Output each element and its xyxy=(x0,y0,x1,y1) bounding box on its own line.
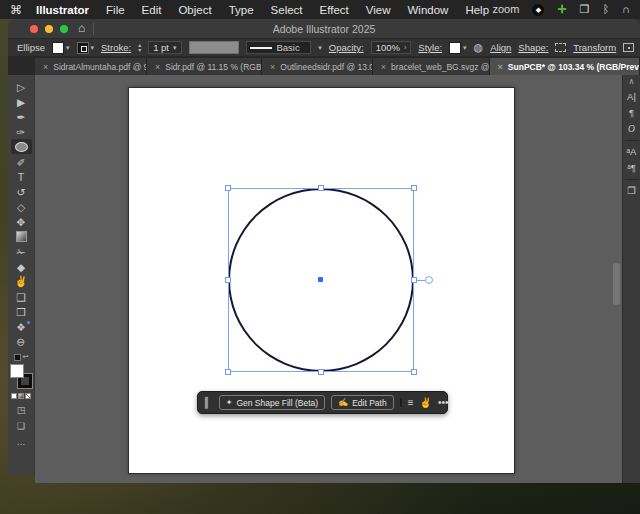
width-tool[interactable]: ✥ xyxy=(11,214,32,229)
canvas-area[interactable]: ▍ ✦ Gen Shape Fill (Beta) ✍ Edit Path ≡ … xyxy=(35,75,622,483)
rotate-tool[interactable]: ↺ xyxy=(11,184,32,199)
menu-file[interactable]: File xyxy=(106,4,125,16)
chevron-down-icon[interactable]: ▾ xyxy=(173,44,177,52)
stroke-weight-dropdown[interactable]: 1 pt ▾ xyxy=(148,41,181,54)
close-icon[interactable]: × xyxy=(155,62,160,72)
color-button[interactable] xyxy=(11,393,17,399)
headphones-icon[interactable]: ∩ xyxy=(622,0,630,19)
edit-toolbar-button[interactable]: … xyxy=(17,437,26,447)
direct-selection-tool[interactable]: ▶ xyxy=(11,94,32,109)
zoom-window-button[interactable] xyxy=(60,25,68,33)
android-icon[interactable]: ✛ xyxy=(557,0,566,19)
eyedropper-tool[interactable]: ◆ xyxy=(11,259,32,274)
handle-middle-left[interactable] xyxy=(225,277,231,283)
menu-effect[interactable]: Effect xyxy=(320,4,349,16)
menu-type[interactable]: Type xyxy=(229,4,254,16)
menu-object[interactable]: Object xyxy=(178,4,211,16)
menu-illustrator[interactable]: Illustrator xyxy=(36,4,89,16)
menu-help[interactable]: Help xyxy=(465,4,489,16)
gradient-tool[interactable] xyxy=(11,229,32,244)
collapse-panels-icon[interactable]: ∧ xyxy=(629,75,635,89)
tab-outlineedsidr[interactable]: × Outlineedsidr.pdf @ 13.0... xyxy=(262,58,373,75)
handle-top-center[interactable] xyxy=(318,185,324,191)
handle-bottom-right[interactable] xyxy=(411,369,417,375)
stroke-swatch[interactable] xyxy=(77,42,89,54)
tab-sunpcb-active[interactable]: × SunPCB* @ 103.34 % (RGB/Preview) xyxy=(490,58,640,75)
properties-list-icon[interactable]: ≡ xyxy=(408,397,414,408)
artboards-panel-icon[interactable]: ❐ xyxy=(627,183,636,199)
style-link[interactable]: Style: xyxy=(418,42,442,53)
pie-angle-widget[interactable] xyxy=(425,276,433,284)
close-icon[interactable]: × xyxy=(381,62,386,72)
mirroring-icon[interactable]: ❐ xyxy=(580,0,590,19)
handle-bottom-center[interactable] xyxy=(318,369,324,375)
mini-color-proxy[interactable] xyxy=(14,354,21,361)
gradient-button[interactable] xyxy=(18,393,24,399)
drag-grip-icon[interactable]: ▍ xyxy=(205,397,213,408)
none-button[interactable] xyxy=(25,393,31,399)
feedback-hand-icon[interactable]: ✌ xyxy=(419,397,431,408)
tab-sidratalmuntaha[interactable]: × SidratAlmuntaha.pdf @ 9... xyxy=(35,58,147,75)
stepper-down-icon[interactable]: ▾ xyxy=(138,48,141,53)
opentype-panel-icon[interactable]: O xyxy=(628,121,635,137)
draw-mode-button[interactable]: ◳ xyxy=(17,405,26,415)
object-center-point[interactable] xyxy=(318,277,323,282)
chevron-down-icon[interactable]: ▾ xyxy=(318,44,322,52)
document-setup-globe-icon[interactable]: ◍ xyxy=(474,41,484,54)
opacity-dropdown[interactable]: 100% › xyxy=(371,41,412,54)
ellipse-tool[interactable] xyxy=(11,139,32,154)
fill-indicator[interactable] xyxy=(10,364,24,378)
more-options-icon[interactable]: ••• xyxy=(438,397,449,408)
tab-bracelet-web-bg[interactable]: × bracelet_web_BG.svgz @ ... xyxy=(373,58,490,75)
transform-link[interactable]: Transform xyxy=(573,42,616,53)
menu-view[interactable]: View xyxy=(366,4,391,16)
pen-tool[interactable]: ✒ xyxy=(11,109,32,124)
close-window-button[interactable] xyxy=(30,25,38,33)
artboard-tool[interactable]: ❒ xyxy=(11,304,32,319)
curvature-tool[interactable]: ✑ xyxy=(11,124,32,139)
handle-bottom-left[interactable] xyxy=(225,369,231,375)
paintbrush-tool[interactable]: ✐ xyxy=(11,154,32,169)
width-profile-field[interactable] xyxy=(189,41,240,54)
shaper-tool[interactable]: ◇ xyxy=(11,199,32,214)
shape-options-icon[interactable] xyxy=(555,43,566,52)
fill-color-swatch[interactable] xyxy=(400,397,402,408)
edit-path-button[interactable]: ✍ Edit Path xyxy=(331,395,393,410)
home-icon[interactable]: ⌂ xyxy=(78,19,85,38)
fill-swatch[interactable] xyxy=(52,42,64,54)
paragraph-panel-icon[interactable]: ¶ xyxy=(629,105,634,121)
handle-top-right[interactable] xyxy=(411,185,417,191)
type-tool[interactable]: T xyxy=(11,169,32,184)
vertical-scrollbar[interactable] xyxy=(613,263,620,305)
transform-options-icon[interactable] xyxy=(623,43,634,52)
opacity-link[interactable]: Opacity: xyxy=(329,42,364,53)
stroke-weight-stepper[interactable]: ▴ ▾ xyxy=(138,43,141,53)
stroke-color-control[interactable]: ▾ xyxy=(77,42,95,54)
screen-mode-button[interactable]: ❏ xyxy=(17,421,25,431)
character-panel-icon[interactable]: A| xyxy=(627,89,636,105)
symbol-sprayer-tool[interactable]: ❑ xyxy=(11,289,32,304)
style-swatch[interactable] xyxy=(449,42,461,54)
chevron-down-icon[interactable]: ▾ xyxy=(91,44,95,52)
menu-edit[interactable]: Edit xyxy=(142,4,162,16)
close-icon[interactable]: × xyxy=(43,62,48,72)
chevron-down-icon[interactable]: ▾ xyxy=(66,44,70,52)
character-styles-panel-icon[interactable]: ᵃA xyxy=(627,144,637,160)
arrow-more-icon[interactable]: › xyxy=(404,44,406,51)
menu-select[interactable]: Select xyxy=(271,4,303,16)
tab-sidr[interactable]: × Sidr.pdf @ 11.15 % (RGB/... xyxy=(147,58,262,75)
align-link[interactable]: Align xyxy=(490,42,511,53)
apple-menu-icon[interactable]: ⌘ xyxy=(10,3,22,17)
shape-link[interactable]: Shape: xyxy=(518,42,548,53)
close-icon[interactable]: × xyxy=(498,62,503,72)
hand-tool[interactable]: ✌ xyxy=(11,274,32,289)
shield-icon[interactable]: ◆ xyxy=(532,4,544,16)
bluetooth-icon[interactable]: ᛒ xyxy=(602,0,609,19)
fill-color-control[interactable]: ▾ xyxy=(52,42,70,54)
selection-tool[interactable]: ▷ xyxy=(11,79,32,94)
gen-shape-fill-button[interactable]: ✦ Gen Shape Fill (Beta) xyxy=(219,395,325,410)
knife-tool[interactable]: ✁ xyxy=(11,244,32,259)
stroke-panel-link[interactable]: Stroke: xyxy=(101,42,131,53)
brush-definition-dropdown[interactable]: Basic xyxy=(246,41,311,54)
minimize-window-button[interactable] xyxy=(45,25,53,33)
